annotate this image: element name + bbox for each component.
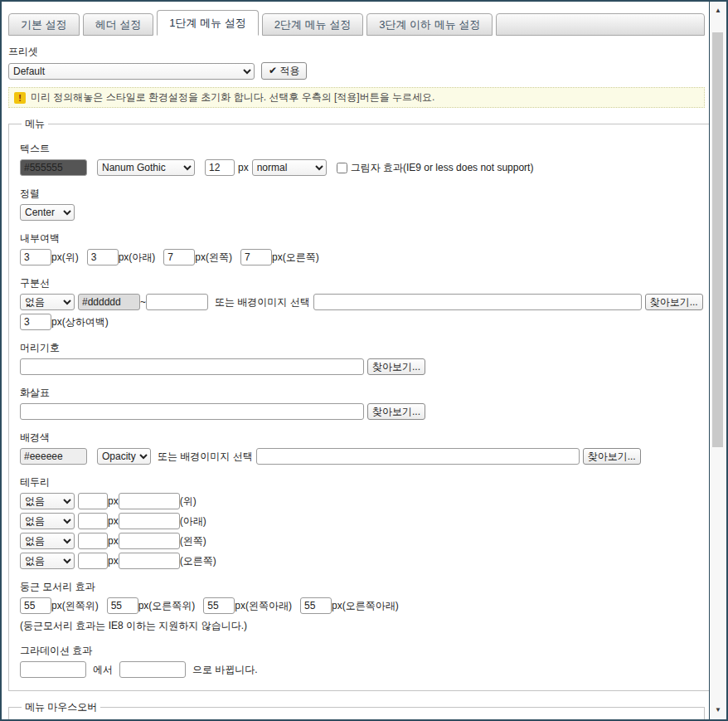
settings-window: 기본 설정 헤더 설정 1단계 메뉴 설정 2단계 메뉴 설정 3단계 이하 메…	[0, 0, 728, 721]
align-label: 정렬	[20, 187, 703, 201]
radius-top-left-input[interactable]	[20, 597, 51, 614]
arrow-label: 화살표	[20, 386, 703, 400]
border-label: 테두리	[20, 475, 703, 490]
border-bottom-style-select[interactable]: 없음	[20, 513, 75, 529]
text-color-input[interactable]	[20, 159, 87, 176]
border-left-suffix: (왼쪽)	[180, 534, 206, 548]
border-top-style-select[interactable]: 없음	[20, 493, 75, 509]
border-left-style-select[interactable]: 없음	[20, 533, 75, 549]
tab-level1-menu-settings[interactable]: 1단계 메뉴 설정	[157, 10, 258, 36]
gradient-label: 그라데이션 효과	[20, 644, 703, 658]
divider-image-input[interactable]	[313, 294, 642, 310]
border-top-suffix: (위)	[180, 494, 197, 509]
gradient-to-input[interactable]	[119, 661, 186, 678]
rounded-label: 둥근 모서리 효과	[20, 580, 703, 594]
padding-top-suffix: px(위)	[51, 251, 79, 265]
border-top-width-input[interactable]	[78, 493, 108, 509]
radius-top-right-input[interactable]	[107, 597, 138, 614]
padding-right-suffix: px(오른쪽)	[272, 251, 319, 265]
apply-button-label: 적용	[279, 65, 299, 76]
check-icon: ✔	[269, 65, 277, 76]
padding-left-suffix: px(왼쪽)	[195, 251, 232, 265]
vertical-scrollbar[interactable]: ▲ ▼	[709, 2, 726, 719]
radius-bottom-left-input[interactable]	[203, 597, 235, 614]
padding-left-input[interactable]	[163, 249, 195, 266]
font-weight-select[interactable]: normal	[252, 159, 327, 176]
align-select[interactable]: Center	[20, 204, 75, 221]
divider-or-image-label: 또는 배경이미지 선택	[215, 295, 310, 309]
scrollbar-thumb[interactable]	[712, 32, 723, 447]
font-size-input[interactable]	[205, 159, 235, 176]
gradient-from-input[interactable]	[20, 661, 86, 678]
background-image-input[interactable]	[256, 448, 580, 465]
padding-right-input[interactable]	[240, 249, 272, 266]
background-label: 배경색	[20, 431, 703, 445]
divider-margin-suffix: px(상하여백)	[51, 315, 109, 329]
settings-panel: 기본 설정 헤더 설정 1단계 메뉴 설정 2단계 메뉴 설정 3단계 이하 메…	[2, 2, 709, 719]
bullet-label: 머리기호	[20, 341, 703, 355]
divider-color-from-input[interactable]	[78, 294, 140, 310]
scroll-down-arrow[interactable]: ▼	[710, 704, 726, 716]
border-bottom-color-input[interactable]	[119, 513, 180, 529]
padding-bottom-input[interactable]	[87, 249, 119, 266]
border-right-suffix: (오른쪽)	[180, 554, 216, 568]
background-browse-button[interactable]: 찾아보기...	[583, 448, 641, 465]
warning-icon: !	[14, 92, 26, 104]
divider-color-to-input[interactable]	[146, 294, 208, 310]
tab-level3-menu-settings[interactable]: 3단계 이하 메뉴 설정	[366, 13, 493, 36]
border-bottom-suffix: (아래)	[180, 514, 206, 529]
arrow-browse-button[interactable]: 찾아보기...	[367, 403, 425, 420]
border-left-color-input[interactable]	[119, 533, 180, 549]
divider-margin-input[interactable]	[20, 314, 51, 330]
divider-browse-button[interactable]: 찾아보기...	[645, 294, 703, 310]
tab-basic-settings[interactable]: 기본 설정	[8, 13, 80, 36]
padding-label: 내부여백	[20, 231, 703, 246]
bullet-browse-button[interactable]: 찾아보기...	[367, 358, 425, 375]
tab-header-settings[interactable]: 헤더 설정	[83, 13, 154, 36]
bullet-image-input[interactable]	[20, 358, 364, 375]
border-top-color-input[interactable]	[119, 493, 180, 509]
menu-fieldset-legend: 메뉴	[22, 117, 48, 131]
border-right-color-input[interactable]	[119, 553, 180, 569]
text-shadow-option: 그림자 효과(IE9 or less does not support)	[337, 161, 534, 175]
menu-hover-fieldset-legend: 메뉴 마우스오버	[22, 700, 100, 714]
tab-level2-menu-settings[interactable]: 2단계 메뉴 설정	[262, 13, 363, 36]
tab-strip-filler	[496, 13, 705, 36]
radius-bottom-right-input[interactable]	[300, 597, 332, 614]
text-label: 텍스트	[20, 142, 703, 156]
padding-bottom-suffix: px(아래)	[119, 251, 156, 265]
radius-bottom-left-suffix: px(왼쪽아래)	[235, 599, 292, 613]
border-right-width-input[interactable]	[78, 553, 108, 569]
preset-select[interactable]: Default	[8, 63, 255, 80]
tab-bar: 기본 설정 헤더 설정 1단계 메뉴 설정 2단계 메뉴 설정 3단계 이하 메…	[8, 8, 705, 36]
border-left-width-input[interactable]	[78, 533, 108, 549]
notice-banner: ! 미리 정의해놓은 스타일로 환경설정을 초기화 합니다. 선택후 우측의 […	[8, 87, 705, 108]
scroll-up-arrow[interactable]: ▲	[710, 5, 726, 17]
gradient-to-suffix: 으로 바뀝니다.	[192, 663, 258, 677]
border-right-style-select[interactable]: 없음	[20, 553, 75, 569]
text-shadow-checkbox[interactable]	[337, 163, 347, 173]
px-unit-label: px	[108, 535, 119, 547]
divider-style-select[interactable]: 없음	[20, 294, 75, 310]
font-family-select[interactable]: Nanum Gothic	[97, 159, 195, 176]
padding-top-input[interactable]	[20, 249, 51, 266]
radius-bottom-right-suffix: px(오른쪽아래)	[332, 599, 399, 613]
background-opacity-select[interactable]: Opacity	[97, 448, 151, 465]
menu-hover-fieldset: 메뉴 마우스오버 텍스트 Nanum Gothic px normal 그림자 …	[8, 700, 705, 719]
radius-top-right-suffix: px(오른쪽위)	[138, 599, 196, 613]
radius-top-left-suffix: px(왼쪽위)	[51, 599, 99, 613]
arrow-image-input[interactable]	[20, 403, 364, 420]
background-or-image-label: 또는 배경이미지 선택	[158, 450, 253, 464]
rounded-note: (둥근모서리 효과는 IE8 이하는 지원하지 않습니다.)	[20, 619, 703, 633]
divider-label: 구분선	[20, 276, 703, 290]
background-color-input[interactable]	[20, 448, 87, 465]
text-shadow-label: 그림자 효과(IE9 or less does not support)	[351, 161, 534, 175]
apply-button[interactable]: ✔ 적용	[261, 62, 307, 80]
border-bottom-width-input[interactable]	[78, 513, 108, 529]
tilde-label: ~	[140, 296, 146, 308]
px-unit-label: px	[108, 555, 119, 567]
menu-settings-fieldset: 메뉴 텍스트 Nanum Gothic px normal 그림자 효과(IE9…	[8, 117, 709, 691]
gradient-from-suffix: 에서	[93, 663, 113, 677]
px-unit-label: px	[238, 162, 249, 173]
preset-label: 프리셋	[8, 45, 705, 59]
